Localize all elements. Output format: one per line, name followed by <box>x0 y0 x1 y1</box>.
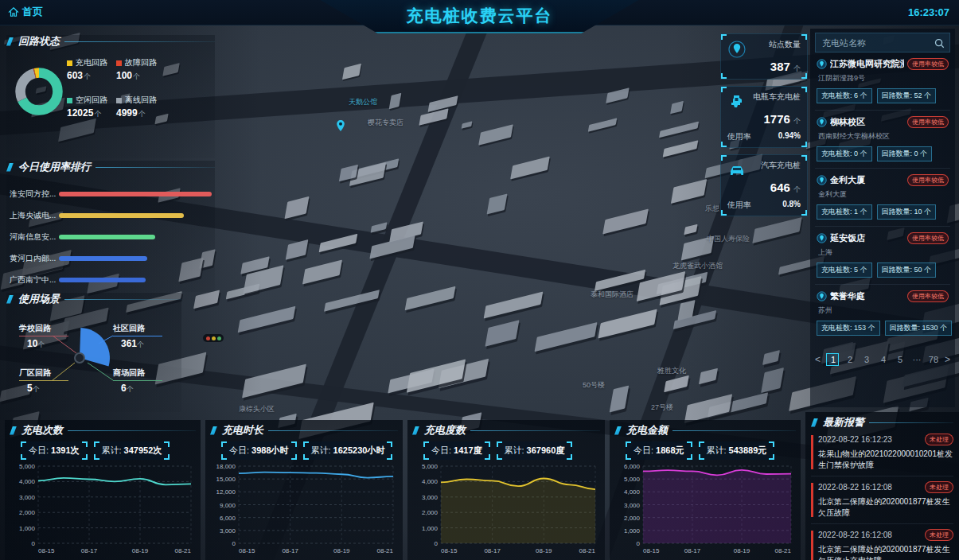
pile-count-tag: 充电桩数: 6 个 <box>817 88 872 103</box>
station-address: 苏州 <box>818 305 949 316</box>
scene-label: 学校回路 10个 <box>19 323 68 350</box>
charge-count-chart: 01,0002,0003,0004,0005,00008-1508-1708-1… <box>10 461 196 555</box>
pile-count-tag: 充电桩数: 153 个 <box>817 321 880 336</box>
legend-swatch <box>67 60 72 66</box>
rank-label: 河南信息安... <box>10 231 59 243</box>
rank-row: 黄河口内部... <box>6 247 215 269</box>
svg-text:2,000: 2,000 <box>19 509 36 516</box>
svg-text:6,000: 6,000 <box>624 463 641 470</box>
page-number[interactable]: 4 <box>878 355 889 364</box>
station-list-item[interactable]: 江苏微电网研究院测试 使用率较低 江阴新澄路9号 充电桩数: 6 个 回路数量:… <box>815 52 950 111</box>
svg-text:4,000: 4,000 <box>19 478 36 485</box>
rank-label: 淮安同方控... <box>10 189 59 200</box>
circuit-donut-chart <box>14 67 64 116</box>
svg-text:5,000: 5,000 <box>422 463 439 470</box>
station-list-item[interactable]: 金利大厦 使用率较低 金利大厦 充电桩数: 1 个 回路数量: 10 个 <box>815 169 950 227</box>
circuit-count-tag: 回路数量: 10 个 <box>877 204 937 220</box>
svg-text:1,000: 1,000 <box>19 525 36 532</box>
stat-unit: 个 <box>793 185 801 193</box>
alarm-item[interactable]: 2022-08-22 16:12:08 未处理 北京第二保障处的20200018… <box>811 476 953 524</box>
page-number[interactable]: 2 <box>844 355 856 364</box>
prev-page-button[interactable]: < <box>815 354 821 365</box>
stat-value: 387 <box>770 60 790 73</box>
svg-text:5,000: 5,000 <box>19 463 36 470</box>
panel-circuit-status: 回路状态 充电回路 603个 故障回路 100个 空闲回路 12025个 离线回… <box>6 35 215 158</box>
station-name: 金利大厦 <box>830 174 904 186</box>
search-icon[interactable] <box>934 37 945 49</box>
legend-swatch <box>116 98 122 103</box>
map-place-label: 樱花专卖店 <box>368 118 403 128</box>
station-list-item[interactable]: 柳林校区 使用率较低 西南财经大学柳林校区 充电桩数: 0 个 回路数量: 0 … <box>815 111 950 169</box>
stat-label: 汽车充电桩 <box>751 161 801 171</box>
svg-text:0: 0 <box>32 540 36 547</box>
stat-unit: 个 <box>793 117 801 125</box>
panel-title: 使用场景 <box>18 292 60 306</box>
svg-text:1,000: 1,000 <box>624 527 641 535</box>
station-list-item[interactable]: 延安饭店 使用率较低 上海 充电桩数: 5 个 回路数量: 50 个 <box>815 227 950 285</box>
station-address: 上海 <box>818 247 949 258</box>
rate-label: 使用率 <box>727 131 751 142</box>
svg-text:08-17: 08-17 <box>484 547 501 554</box>
page-number[interactable]: 5 <box>895 355 906 364</box>
svg-text:08-15: 08-15 <box>38 547 55 554</box>
svg-text:2,000: 2,000 <box>422 509 439 516</box>
unhandled-badge: 未处理 <box>925 481 953 493</box>
page-number[interactable]: 1 <box>826 353 839 366</box>
panel-rule <box>96 167 215 168</box>
map-place-label: 27号楼 <box>651 402 673 413</box>
svg-text:08-15: 08-15 <box>239 547 255 554</box>
svg-text:15,000: 15,000 <box>216 476 236 483</box>
panel-rule <box>268 430 398 431</box>
svg-text:0: 0 <box>435 540 439 547</box>
stat-cards: 站点数量 387 个 电瓶车充电桩 1776 个 使用率0.94% 汽车充电 <box>720 33 808 216</box>
rank-bar <box>59 213 212 218</box>
rank-label: 黄河口内部... <box>10 253 59 264</box>
station-address: 西南财经大学柳林校区 <box>818 131 949 142</box>
charge-duration-chart: 03,0006,0009,00012,00015,00018,00008-150… <box>210 461 398 555</box>
svg-text:18,000: 18,000 <box>216 463 236 470</box>
scene-label: 商场回路 6个 <box>113 368 162 395</box>
station-pin-icon <box>817 117 827 127</box>
station-list-item[interactable]: 繁誉华庭 使用率较低 苏州 充电桩数: 153 个 回路数量: 1530 个 <box>815 285 950 342</box>
panel-slash-icon <box>6 295 14 304</box>
alarm-message: 北京第二保障处的2020001877桩发生欠压故障 <box>818 496 953 518</box>
circuit-count-tag: 回路数量: 52 个 <box>877 88 937 103</box>
map-pin-icon[interactable] <box>334 119 347 132</box>
legend-item: 离线回路 4999个 <box>116 95 164 119</box>
svg-text:08-21: 08-21 <box>377 547 394 554</box>
clock: 16:23:07 <box>908 6 949 18</box>
map-place-label: 50号楼 <box>583 380 605 391</box>
panel-rule <box>869 422 953 423</box>
page-number[interactable]: 78 <box>928 355 939 364</box>
panel-slash-icon <box>210 426 217 435</box>
search-input[interactable] <box>816 33 949 52</box>
svg-text:3,000: 3,000 <box>19 494 36 501</box>
panel-rule <box>64 299 181 300</box>
svg-text:5,000: 5,000 <box>624 476 641 483</box>
panel-slash-icon <box>6 163 14 172</box>
legend-item: 空闲回路 12025个 <box>67 95 108 119</box>
legend-item: 故障回路 100个 <box>116 57 164 82</box>
alarm-time: 2022-08-22 16:12:08 <box>818 483 892 492</box>
alarm-item[interactable]: 2022-08-22 16:12:08 未处理 北京第二保障处的20200018… <box>811 524 953 560</box>
stat-unit: 个 <box>793 64 801 72</box>
next-page-button[interactable]: > <box>945 354 950 365</box>
circuit-count-tag: 回路数量: 1530 个 <box>885 321 953 336</box>
today-stat: 今日:1391次 <box>21 441 88 460</box>
rank-row: 广西南宁中... <box>6 269 215 290</box>
station-pin-icon <box>817 291 827 301</box>
home-button[interactable]: 首页 <box>8 5 43 19</box>
rate-value: 0.8% <box>782 200 801 211</box>
alarm-item[interactable]: 2022-08-22 16:12:23 未处理 花果山物业的2021022000… <box>811 429 953 476</box>
map-place-label: 雅胜文化 <box>657 366 686 376</box>
legend-unit: 个 <box>94 110 101 118</box>
total-stat: 累计:543889元 <box>699 441 775 460</box>
panel-title: 今日使用率排行 <box>18 160 91 174</box>
panel-slash-icon <box>6 37 14 46</box>
page-number[interactable]: 3 <box>861 355 872 364</box>
station-name: 延安饭店 <box>830 232 904 244</box>
legend-value: 12025 <box>67 107 93 119</box>
svg-text:4,000: 4,000 <box>624 488 641 496</box>
svg-text:0: 0 <box>232 540 236 547</box>
scene-label: 社区回路 361个 <box>113 323 162 350</box>
